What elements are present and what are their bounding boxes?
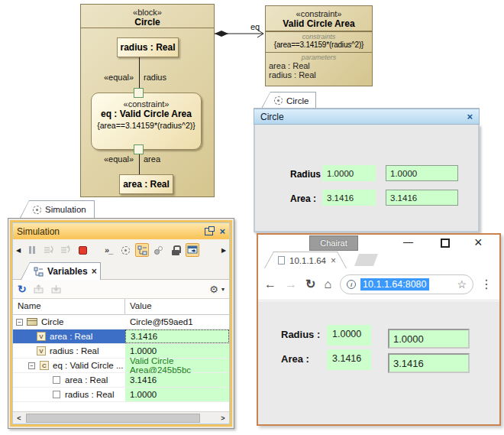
variables-tab[interactable]: Variables × [21,262,101,280]
parameter-port-area[interactable] [134,144,144,154]
area-label: Area : [290,193,316,204]
table-header: Name Value [13,299,229,315]
area-display-value: 3.1416 [327,349,371,370]
simulation-toolbar: ◀ »_ ▶ [13,239,229,261]
lock-icon[interactable] [169,243,183,257]
url-text[interactable]: 10.1.1.64:8080 [360,278,428,291]
export-all-icon[interactable] [50,284,62,294]
constraint-property-shape[interactable]: «constraint» eq : Valid Circle Area {are… [91,93,202,150]
containment-tree-button[interactable] [135,243,149,257]
address-bar[interactable]: i 10.1.1.64:8080 ☆ [340,274,473,294]
gear-dropdown-icon[interactable]: ▾ [221,286,225,293]
constraint-property-icon: C [40,361,49,370]
toolbar-overflow-left-icon[interactable]: ◀ [15,243,22,257]
value-cell[interactable]: Circle@f59aed1 [125,315,229,329]
block-name: Circle [81,17,214,28]
stop-button[interactable] [76,243,89,257]
connector-eq-label: eq [250,22,260,31]
area-part-shape[interactable]: area : Real [119,174,173,194]
equal-stereotype-radius: «equal» [104,73,134,82]
radius-display-value: 1.0000 [327,325,371,346]
console-icon[interactable]: »_ [102,243,115,257]
export-icon[interactable] [33,284,44,294]
value-cell[interactable]: 3.1416 [125,329,229,343]
value-property-icon: V [37,346,46,355]
parameter-icon [53,391,60,398]
tree-collapse-toggle[interactable]: − [16,319,23,326]
tree-collapse-toggle[interactable]: − [28,362,35,369]
scroll-right-icon[interactable]: > [218,413,228,424]
table-row[interactable]: V area : Real 3.1416 [13,329,229,344]
tab-close-icon[interactable]: × [331,255,336,266]
parameter-port-radius[interactable] [134,88,144,98]
scroll-left-icon[interactable]: < [14,413,24,424]
back-icon[interactable]: ← [264,278,276,291]
browser-content: Radius : 1.0000 Area : 3.1416 [258,301,499,424]
parameter-area: area : Real [266,61,372,70]
area-label: Area : [281,353,309,365]
reload-icon[interactable]: ↻ [305,278,315,291]
value-cell[interactable]: 1.0000 [125,388,229,401]
radius-input[interactable] [388,329,470,349]
circle-block-title: «block» Circle [81,5,214,28]
value-column-header[interactable]: Value [125,299,229,314]
table-row[interactable]: radius : Real 1.0000 [13,388,229,402]
pause-button[interactable] [25,243,39,257]
open-in-browser-button[interactable] [186,243,199,257]
bookmark-star-icon[interactable]: ☆ [457,278,467,291]
tree-node-label: area : Real [65,375,108,385]
value-cell[interactable]: Valid Circle Area@245b5bc [125,359,229,372]
gear-icon[interactable]: ⚙ [209,284,218,295]
maximize-icon[interactable] [441,239,450,248]
info-icon[interactable]: i [347,280,356,289]
circle-tab-label: Circle [286,96,309,106]
close-icon[interactable]: × [219,226,225,236]
constraint-block-stereotype: «constraint» [266,9,372,18]
scrollbar-thumb[interactable] [26,414,200,423]
area-display-value: 3.1416 [322,190,376,206]
toolbar-overflow-right-icon[interactable]: ▶ [220,243,228,257]
horizontal-scrollbar[interactable]: < > [13,411,229,424]
refresh-icon[interactable]: ↻ [18,283,27,295]
area-input[interactable] [386,190,458,206]
table-row[interactable]: area : Real 3.1416 [13,373,229,388]
home-icon[interactable]: ⌂ [324,278,331,291]
constraint-expression: {area==3.14159*(radius^2)} [92,121,201,130]
circle-block-shape[interactable]: «block» Circle radius : Real «equal» rad… [80,4,215,197]
page-icon [278,256,285,265]
tree-node-label: radius : Real [65,390,115,399]
constraint-property-name: eq : Valid Circle Area [92,109,201,119]
radius-part-shape[interactable]: radius : Real [117,37,179,57]
table-row[interactable]: − Circle Circle@f59aed1 [13,315,229,329]
radius-label: Radius : [290,169,326,180]
browser-tab[interactable]: 10.1.1.64 × [264,252,347,268]
animation-icon[interactable] [118,243,132,257]
constraint-stereotype: «constraint» [92,99,201,109]
name-column-header[interactable]: Name [13,299,125,314]
close-icon[interactable]: × [92,266,97,277]
simulation-window-header[interactable]: Simulation × [13,223,229,239]
menu-icon[interactable]: ⋮ [480,278,493,291]
minimize-icon[interactable]: — [403,236,413,248]
restore-window-icon[interactable] [205,228,213,235]
new-tab-button[interactable] [354,254,378,266]
radius-end-label: radius [144,73,166,82]
constraint-block-shape[interactable]: «constraint» Valid Circle Area constrain… [265,5,373,86]
area-input[interactable] [388,353,470,373]
close-icon[interactable]: × [474,235,483,251]
value-cell[interactable]: 3.1416 [125,373,229,387]
forward-icon[interactable]: → [285,278,297,291]
table-row[interactable]: − C eq : Valid Circle ... Valid Circle A… [13,359,229,373]
block-icon [27,318,37,326]
step-over-button[interactable] [59,243,73,257]
simulation-window-tab[interactable]: Simulation [20,200,95,218]
breakpoints-icon[interactable] [152,243,166,257]
radius-input[interactable] [386,165,458,181]
circle-panel-tab[interactable]: Circle [261,92,316,109]
binding-connector-area[interactable] [139,154,140,174]
area-end-label: area [144,154,160,164]
circle-panel-header: Circle × [254,109,480,125]
step-into-button[interactable] [42,243,56,257]
constraint-block-title: «constraint» Valid Circle Area [266,6,372,31]
close-icon[interactable]: × [467,112,473,122]
